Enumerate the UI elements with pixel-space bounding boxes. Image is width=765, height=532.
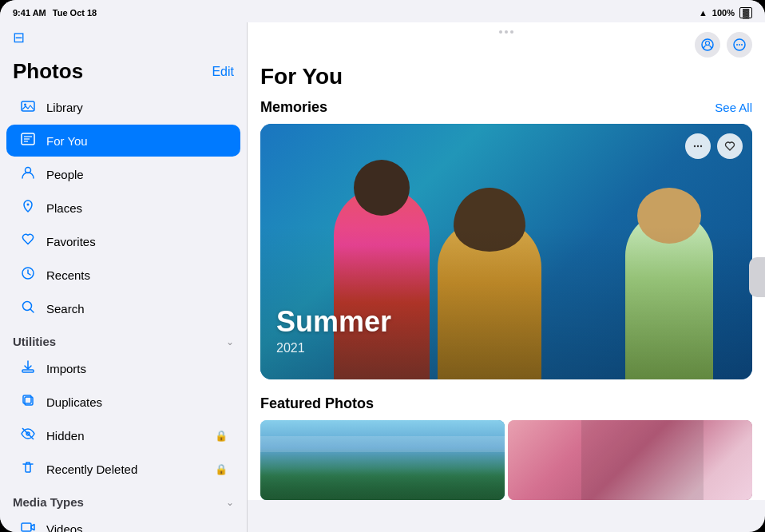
main-header-actions bbox=[248, 22, 765, 58]
sidebar-item-videos[interactable]: Videos bbox=[6, 513, 240, 532]
edit-button[interactable]: Edit bbox=[212, 65, 234, 79]
memory-heart-button[interactable] bbox=[717, 133, 743, 159]
imports-icon bbox=[19, 359, 37, 377]
for-you-icon bbox=[19, 132, 37, 149]
sidebar-item-library[interactable]: Library bbox=[6, 91, 240, 123]
time-display: 9:41 AM bbox=[13, 8, 46, 18]
sidebar-item-people[interactable]: People bbox=[6, 158, 240, 190]
library-label: Library bbox=[46, 101, 83, 114]
search-icon bbox=[19, 300, 37, 317]
sidebar-item-duplicates[interactable]: Duplicates bbox=[6, 386, 240, 418]
featured-photo-2[interactable] bbox=[508, 420, 752, 500]
sidebar-item-recently-deleted[interactable]: Recently Deleted 🔒 bbox=[6, 453, 240, 485]
sidebar-header: Photos Edit bbox=[0, 50, 247, 90]
svg-point-28 bbox=[736, 44, 738, 46]
media-types-title: Media Types bbox=[13, 495, 84, 509]
svg-rect-0 bbox=[22, 101, 34, 111]
person-circle-button[interactable] bbox=[695, 32, 720, 58]
main-content: For You Memories See All bbox=[248, 22, 765, 500]
hidden-lock-icon: 🔒 bbox=[215, 430, 228, 442]
sidebar-title: Photos bbox=[13, 59, 83, 84]
side-handle bbox=[749, 257, 765, 297]
media-types-section-header: Media Types ⌄ bbox=[0, 486, 247, 512]
featured-grid bbox=[260, 420, 752, 500]
svg-point-30 bbox=[741, 44, 743, 46]
svg-point-9 bbox=[23, 302, 32, 311]
svg-point-7 bbox=[27, 204, 30, 206]
svg-rect-15 bbox=[22, 523, 31, 531]
sidebar-item-imports[interactable]: Imports bbox=[6, 352, 240, 384]
utilities-chevron-icon[interactable]: ⌄ bbox=[226, 336, 234, 347]
svg-rect-10 bbox=[22, 370, 34, 372]
svg-point-32 bbox=[697, 145, 699, 147]
memory-more-button[interactable] bbox=[685, 133, 711, 159]
media-types-chevron-icon[interactable]: ⌄ bbox=[226, 497, 234, 508]
utilities-section-header: Utilities ⌄ bbox=[0, 325, 247, 351]
svg-point-29 bbox=[739, 44, 740, 46]
utilities-title: Utilities bbox=[13, 335, 56, 348]
sidebar-item-places[interactable]: Places bbox=[6, 192, 240, 224]
main-content-wrapper: For You Memories See All bbox=[248, 22, 765, 532]
status-bar: 9:41 AM Tue Oct 18 ▲ 100% ▓ bbox=[0, 0, 765, 22]
recents-label: Recents bbox=[46, 268, 90, 282]
recents-icon bbox=[19, 266, 37, 284]
status-right: ▲ 100% ▓ bbox=[699, 7, 752, 18]
memory-card[interactable]: Summer 2021 bbox=[260, 124, 752, 379]
hidden-icon bbox=[19, 427, 37, 444]
sidebar-toggle-icon[interactable]: ⊟ bbox=[0, 22, 247, 50]
search-label: Search bbox=[46, 302, 85, 316]
memory-text-block: Summer 2021 bbox=[276, 306, 391, 355]
svg-point-33 bbox=[700, 145, 702, 147]
imports-label: Imports bbox=[46, 362, 86, 375]
videos-icon bbox=[19, 520, 37, 532]
page-title: For You bbox=[248, 58, 765, 99]
sidebar-item-hidden[interactable]: Hidden 🔒 bbox=[6, 419, 240, 451]
places-label: Places bbox=[46, 201, 82, 215]
duplicates-label: Duplicates bbox=[46, 395, 102, 409]
memory-title: Summer bbox=[276, 306, 391, 338]
memories-label: Memories bbox=[260, 99, 327, 116]
for-you-label: For You bbox=[46, 134, 88, 148]
status-left: 9:41 AM Tue Oct 18 bbox=[13, 8, 97, 18]
featured-photos-section: Featured Photos bbox=[248, 395, 765, 500]
videos-label: Videos bbox=[46, 522, 83, 533]
recently-deleted-lock-icon: 🔒 bbox=[215, 463, 228, 475]
memory-year: 2021 bbox=[276, 341, 391, 355]
featured-section-header: Featured Photos bbox=[260, 395, 752, 420]
places-icon bbox=[19, 199, 37, 216]
memories-see-all-button[interactable]: See All bbox=[715, 101, 752, 114]
people-icon bbox=[19, 165, 37, 183]
sidebar-item-search[interactable]: Search bbox=[6, 292, 240, 324]
recently-deleted-icon bbox=[19, 460, 37, 478]
app-container: ⊟ Photos Edit Library bbox=[0, 22, 765, 532]
duplicates-icon bbox=[19, 393, 37, 411]
date-display: Tue Oct 18 bbox=[53, 8, 97, 18]
battery-icon: ▓ bbox=[739, 7, 752, 18]
sidebar-item-favorites[interactable]: Favorites bbox=[6, 225, 240, 257]
favorites-icon bbox=[19, 232, 37, 250]
featured-label: Featured Photos bbox=[260, 395, 374, 412]
device-frame: 9:41 AM Tue Oct 18 ▲ 100% ▓ ⊟ Photos Edi… bbox=[0, 0, 765, 532]
svg-point-1 bbox=[24, 104, 26, 106]
wifi-percent: 100% bbox=[712, 8, 735, 18]
wifi-icon: ▲ bbox=[699, 8, 708, 18]
people-label: People bbox=[46, 168, 84, 181]
memory-actions bbox=[685, 133, 743, 159]
sidebar-item-recents[interactable]: Recents bbox=[6, 259, 240, 291]
memories-section-header: Memories See All bbox=[248, 99, 765, 124]
sidebar-item-for-you[interactable]: For You bbox=[6, 125, 240, 157]
library-icon bbox=[19, 98, 37, 116]
favorites-label: Favorites bbox=[46, 235, 96, 248]
drag-handle bbox=[499, 30, 513, 34]
svg-point-31 bbox=[694, 145, 696, 147]
featured-photo-1[interactable] bbox=[260, 420, 505, 500]
sidebar: ⊟ Photos Edit Library bbox=[0, 22, 248, 532]
recently-deleted-label: Recently Deleted bbox=[46, 463, 137, 476]
svg-point-26 bbox=[706, 42, 710, 46]
hidden-label: Hidden bbox=[46, 429, 85, 443]
more-options-button[interactable] bbox=[727, 32, 752, 58]
